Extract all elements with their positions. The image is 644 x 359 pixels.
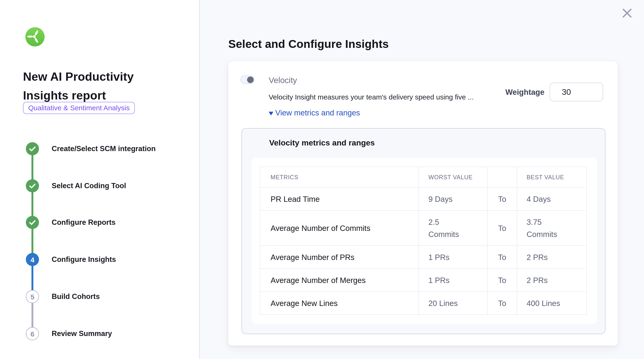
table-row: Average Number of PRs 1 PRs To 2 PRs — [260, 246, 586, 269]
close-x-icon — [620, 14, 634, 21]
column-header-blank — [488, 167, 517, 188]
cell-best-value: 2 PRs — [517, 269, 586, 292]
step-label: Select AI Coding Tool — [52, 182, 126, 190]
triangle-down-icon — [269, 111, 274, 115]
cell-best-value: 3.75 Commits — [517, 211, 586, 246]
insight-description: Velocity Insight measures your team's de… — [269, 93, 474, 101]
weightage-label: Weightage — [506, 87, 544, 96]
step-label: Create/Select SCM integration — [52, 145, 156, 153]
table-row: Average Number of Commits 2.5 Commits To… — [260, 211, 586, 246]
cell-to: To — [488, 188, 517, 211]
page-title: Select and Configure Insights — [228, 37, 389, 51]
cell-best-value: 400 Lines — [517, 292, 586, 315]
column-header-best-value: BEST VALUE — [517, 167, 586, 188]
step-number: 5 — [30, 293, 34, 301]
check-icon — [29, 146, 36, 151]
cell-metric: PR Lead Time — [260, 188, 419, 211]
check-icon — [29, 220, 36, 225]
weightage-row: Weightage — [506, 83, 603, 101]
view-metrics-link[interactable]: View metrics and ranges — [269, 108, 360, 117]
stepper: Create/Select SCM integration Select AI … — [0, 0, 200, 359]
velocity-toggle[interactable] — [240, 75, 254, 84]
cell-best-value: 2 PRs — [517, 246, 586, 269]
cell-metric: Average Number of PRs — [260, 246, 419, 269]
close-button[interactable] — [620, 6, 634, 20]
cell-to: To — [488, 246, 517, 269]
cell-metric: Average Number of Commits — [260, 211, 419, 246]
step-circle — [26, 216, 39, 229]
step-label: Build Cohorts — [52, 292, 100, 301]
cell-worst-value: 2.5 Commits — [419, 211, 488, 246]
step-circle: 5 — [26, 290, 39, 303]
cell-worst-value: 9 Days — [419, 188, 488, 211]
stepper-step[interactable]: Configure Reports — [26, 216, 190, 229]
step-label: Review Summary — [52, 330, 112, 338]
table-header-row: METRICS WORST VALUE BEST VALUE — [260, 167, 586, 188]
stepper-step[interactable]: Select AI Coding Tool — [26, 179, 190, 192]
view-metrics-label: View metrics and ranges — [275, 108, 360, 117]
cell-metric: Average New Lines — [260, 292, 419, 315]
step-circle: 4 — [26, 253, 39, 266]
cell-to: To — [488, 211, 517, 246]
step-circle: 6 — [26, 327, 39, 340]
stepper-step[interactable]: 5 Build Cohorts — [26, 290, 190, 303]
cell-worst-value: 1 PRs — [419, 246, 488, 269]
stepper-step[interactable]: Create/Select SCM integration — [26, 142, 190, 155]
cell-to: To — [488, 269, 517, 292]
metrics-table-card: METRICS WORST VALUE BEST VALUE PR Lead T… — [252, 158, 597, 324]
metrics-panel-title: Velocity metrics and ranges — [269, 138, 375, 148]
cell-worst-value: 20 Lines — [419, 292, 488, 315]
insight-card: Velocity Velocity Insight measures your … — [228, 60, 618, 346]
step-circle — [26, 142, 39, 155]
metrics-panel: Velocity metrics and ranges METRICS WORS… — [242, 128, 606, 334]
step-number: 4 — [30, 256, 34, 264]
table-row: Average Number of Merges 1 PRs To 2 PRs — [260, 269, 586, 292]
column-header-worst-value: WORST VALUE — [419, 167, 488, 188]
cell-to: To — [488, 292, 517, 315]
step-circle — [26, 179, 39, 192]
cell-worst-value: 1 PRs — [419, 269, 488, 292]
weightage-input[interactable] — [550, 83, 603, 101]
table-row: Average New Lines 20 Lines To 400 Lines — [260, 292, 586, 315]
check-icon — [29, 183, 36, 188]
toggle-knob — [247, 76, 254, 83]
cell-metric: Average Number of Merges — [260, 269, 419, 292]
stepper-step[interactable]: 4 Configure Insights — [26, 253, 190, 266]
metrics-table: METRICS WORST VALUE BEST VALUE PR Lead T… — [260, 167, 586, 315]
step-label: Configure Reports — [52, 218, 116, 227]
sidebar: New AI Productivity Insights report Qual… — [0, 0, 200, 359]
step-number: 6 — [30, 330, 34, 338]
insight-name: Velocity — [269, 75, 297, 85]
table-row: PR Lead Time 9 Days To 4 Days — [260, 188, 586, 211]
wizard-screen: New AI Productivity Insights report Qual… — [0, 0, 644, 359]
step-label: Configure Insights — [52, 255, 116, 264]
cell-best-value: 4 Days — [517, 188, 586, 211]
column-header-metrics: METRICS — [260, 167, 419, 188]
stepper-step[interactable]: 6 Review Summary — [26, 327, 190, 340]
